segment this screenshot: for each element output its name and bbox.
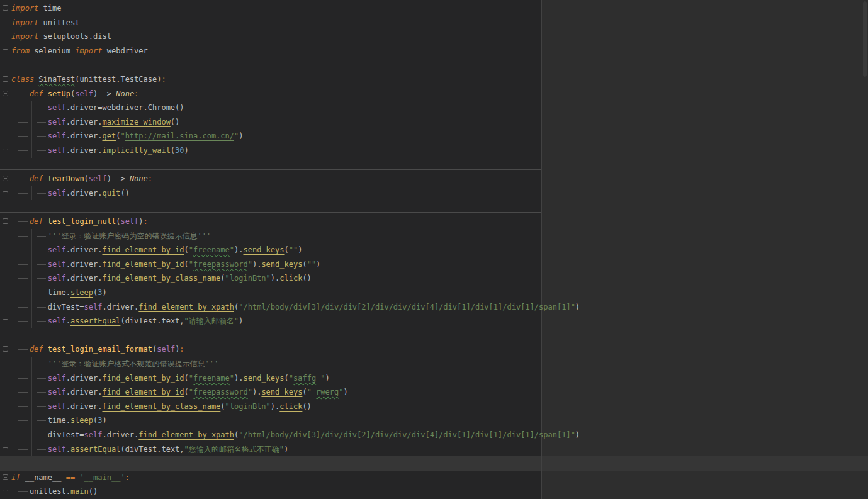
code-line[interactable]: self.driver.find_element_by_class_name("… [11,271,312,286]
code-token: : [148,174,152,183]
code-token: " [248,388,252,396]
code-token: test_login_email_format [48,345,152,354]
code-token: def [30,174,43,183]
code-token: "loginBtn" [225,402,271,411]
code-token [43,174,48,183]
code-token: ) -> [107,174,130,183]
code-token: divTest= [48,430,84,439]
code-token: ) [239,317,243,325]
code-token: .driver. [66,245,103,254]
code-token: ) [103,416,107,425]
code-line[interactable]: if __name__ == '__main__': [11,471,130,485]
code-token: quit [102,189,120,198]
code-token: import [11,32,38,41]
tab-whitespace-mark [30,385,48,400]
tab-whitespace-mark [30,243,48,257]
code-area[interactable]: import timeimport unittestimport setupto… [0,0,868,499]
tab-whitespace-mark [30,143,48,158]
code-line[interactable]: '''登录：验证账户密码为空的错误提示信息''' [11,229,211,244]
code-token: self [48,374,66,383]
tab-whitespace-mark [11,129,30,143]
code-line[interactable]: self.driver=webdriver.Chrome() [11,101,184,115]
tab-whitespace-mark [11,101,30,115]
tab-whitespace-mark [11,286,30,300]
code-token: self [48,103,66,112]
code-line[interactable]: time.sleep(3) [11,413,107,428]
code-line[interactable]: self.driver.find_element_by_id("freename… [11,243,302,257]
code-token: ( [302,260,307,269]
tab-whitespace-mark [11,115,30,130]
tab-whitespace-mark [30,371,48,386]
code-line[interactable]: import time [11,1,61,16]
code-token: ) [184,146,189,155]
code-line[interactable]: self.assertEqual(divTest.text,"请输入邮箱名") [11,314,243,328]
code-line[interactable]: self.driver.quit() [11,186,130,201]
code-token: () [89,487,98,496]
code-line[interactable]: unittest.main() [11,485,98,499]
code-token: self [48,274,66,283]
code-line[interactable]: def test_login_null(self): [11,215,148,229]
code-token: ( [285,374,289,383]
code-token: send_keys [243,374,284,383]
code-line[interactable]: time.sleep(3) [11,286,107,300]
tab-whitespace-mark [11,485,30,499]
code-line[interactable]: self.driver.find_element_by_id("freepass… [11,257,320,272]
code-token: from [11,47,30,55]
code-token: . [66,445,70,454]
code-token: " [289,374,293,383]
code-line[interactable]: divTest=self.driver.find_element_by_xpat… [11,300,580,315]
code-token: '__main__' [79,473,125,482]
code-line[interactable]: self.driver.find_element_by_class_name("… [11,400,312,414]
tab-whitespace-mark [11,300,30,315]
tab-whitespace-mark [11,357,30,371]
code-token: setuptools.dist [38,32,111,41]
tab-whitespace-mark [11,243,30,257]
code-token: ). [252,388,261,396]
code-line[interactable]: import unittest [11,16,79,30]
code-token: maximize_window [102,118,170,126]
code-token: assertEqual [70,445,120,454]
code-line[interactable]: def setUp(self) -> None: [11,87,138,101]
code-token: ). [234,374,243,383]
code-line[interactable]: self.driver.get("http://mail.sina.com.cn… [11,129,244,143]
code-token: find_element_by_id [102,245,184,254]
code-line[interactable]: self.driver.implicitly_wait(30) [11,143,189,158]
scrollbar-thumb[interactable] [863,1,867,77]
code-token [43,89,48,98]
code-line[interactable]: self.driver.find_element_by_id("freename… [11,371,330,386]
code-token: : [125,473,130,482]
code-token: .driver. [66,402,103,411]
code-line[interactable]: self.assertEqual(divTest.text,"您输入的邮箱名格式… [11,442,288,457]
code-token: " [230,245,234,254]
code-token: ) [575,303,580,311]
code-token: () [120,189,129,198]
tab-whitespace-mark [11,215,30,229]
code-line[interactable]: class SinaTest(unittest.TestCase): [11,72,166,87]
code-line[interactable]: def test_login_email_format(self): [11,342,184,357]
code-line[interactable]: self.driver.maximize_window() [11,115,179,130]
code-token: self [84,303,103,311]
code-line[interactable]: '''登录：验证账户格式不规范的错误提示信息''' [11,357,218,371]
code-token: def [30,89,43,98]
code-token: self [89,174,107,183]
code-token: if [11,473,20,482]
code-token: None [116,89,134,98]
code-token: (divTest.text, [120,317,184,325]
tab-whitespace-mark [30,186,48,201]
code-token: (divTest.text, [120,445,184,454]
code-line[interactable]: import setuptools.dist [11,30,111,44]
code-token: time [38,4,61,13]
code-line[interactable]: from selenium import webdriver [11,44,148,59]
code-token: .driver. [66,118,103,126]
code-token: divTest= [48,303,84,311]
code-line[interactable]: divTest=self.driver.find_element_by_xpat… [11,428,580,442]
code-token [43,217,48,226]
code-token: sleep [70,288,93,297]
code-line[interactable]: self.driver.find_element_by_id("freepass… [11,385,348,400]
code-token: ( [220,274,225,283]
code-token: " [189,388,193,396]
code-token: freepassword [193,260,248,269]
code-token: self [48,402,66,411]
code-token: ( [184,245,189,254]
code-line[interactable]: def tearDown(self) -> None: [11,172,152,186]
